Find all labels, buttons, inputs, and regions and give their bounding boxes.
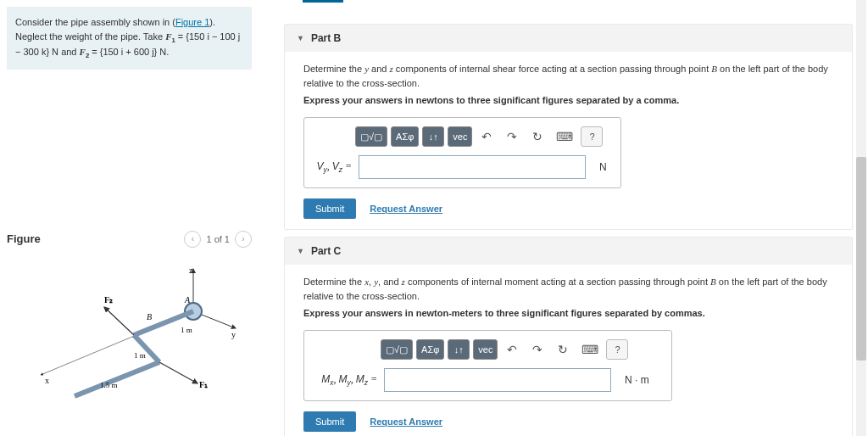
part-c-toolbar: ▢√▢ ΑΣφ ↓↑ vec ↶ ↷ ↻ ⌨ ?	[381, 339, 649, 360]
part-c-submit-button[interactable]: Submit	[303, 411, 356, 432]
undo-button[interactable]: ↶	[501, 339, 523, 360]
undo-button[interactable]: ↶	[476, 126, 498, 147]
svg-text:1 m: 1 m	[134, 351, 146, 360]
help-button[interactable]: ?	[606, 339, 628, 360]
svg-line-11	[159, 362, 198, 383]
part-b-request-answer-link[interactable]: Request Answer	[370, 204, 442, 214]
svg-text:A: A	[184, 295, 191, 305]
part-c-instructions: Express your answers in newton-meters to…	[303, 308, 833, 318]
figure-next-button[interactable]: ›	[235, 231, 252, 248]
templates-button[interactable]: ▢√▢	[381, 339, 413, 360]
problem-statement: Consider the pipe assembly shown in (Fig…	[7, 7, 252, 70]
svg-text:F₂: F₂	[104, 295, 113, 305]
part-b-variable-label: Vy, Vz =	[313, 160, 352, 174]
caret-down-icon: ▼	[297, 34, 304, 42]
part-c-prompt: Determine the x, y, and z components of …	[303, 275, 833, 303]
part-b-header[interactable]: ▼ Part B	[285, 25, 852, 52]
part-c-variable-label: Mx, My, Mz =	[313, 373, 377, 387]
part-c-unit: N · m	[625, 374, 649, 386]
svg-text:x: x	[45, 376, 49, 385]
vec-button[interactable]: vec	[473, 339, 498, 360]
caret-down-icon: ▼	[297, 247, 304, 255]
part-c-request-answer-link[interactable]: Request Answer	[370, 416, 442, 427]
svg-line-10	[104, 307, 134, 335]
figure-title: Figure	[7, 232, 41, 245]
svg-text:B: B	[147, 312, 152, 321]
reset-button[interactable]: ↻	[526, 126, 548, 147]
part-b-answer-input[interactable]	[359, 155, 586, 179]
svg-text:1.5 m: 1.5 m	[100, 381, 118, 389]
part-b-answer-box: ▢√▢ ΑΣφ ↓↑ vec ↶ ↷ ↻ ⌨ ? Vy, Vz = N	[303, 117, 621, 188]
part-b: ▼ Part B Determine the y and z component…	[284, 24, 853, 230]
sub-sup-button[interactable]: ↓↑	[422, 126, 444, 147]
figure-link[interactable]: Figure 1	[175, 17, 209, 27]
templates-button[interactable]: ▢√▢	[355, 126, 387, 147]
help-button[interactable]: ?	[581, 126, 603, 147]
redo-button[interactable]: ↷	[526, 339, 548, 360]
redo-button[interactable]: ↷	[501, 126, 523, 147]
part-c-answer-box: ▢√▢ ΑΣφ ↓↑ vec ↶ ↷ ↻ ⌨ ? Mx, My, Mz = N …	[303, 330, 672, 401]
figure-prev-button[interactable]: ‹	[184, 231, 201, 248]
keyboard-button[interactable]: ⌨	[552, 126, 577, 147]
part-c: ▼ Part C Determine the x, y, and z compo…	[284, 237, 853, 436]
sub-sup-button[interactable]: ↓↑	[448, 339, 470, 360]
keyboard-button[interactable]: ⌨	[577, 339, 603, 360]
scrollbar-thumb[interactable]	[856, 157, 866, 361]
part-b-prompt: Determine the y and z components of inte…	[303, 62, 833, 90]
svg-text:F₁: F₁	[199, 380, 208, 389]
svg-text:z: z	[189, 266, 193, 275]
figure-pager: ‹ 1 of 1 ›	[184, 231, 252, 248]
part-b-unit: N	[599, 161, 607, 173]
vec-button[interactable]: vec	[448, 126, 472, 147]
part-b-instructions: Express your answers in newtons to three…	[303, 95, 833, 105]
svg-text:1 m: 1 m	[181, 326, 192, 334]
part-c-header[interactable]: ▼ Part C	[285, 238, 852, 265]
svg-text:y: y	[231, 330, 236, 339]
part-b-submit-button[interactable]: Submit	[303, 198, 356, 219]
part-b-toolbar: ▢√▢ ΑΣφ ↓↑ vec ↶ ↷ ↻ ⌨ ?	[355, 126, 607, 147]
greek-button[interactable]: ΑΣφ	[391, 126, 419, 147]
active-tab-indicator	[303, 0, 343, 3]
part-c-answer-input[interactable]	[384, 368, 611, 392]
figure-image: z y x A B F₂ F₁ 1 m 1 m 1.5 m	[7, 265, 252, 409]
svg-line-9	[75, 362, 159, 396]
greek-button[interactable]: ΑΣφ	[416, 339, 444, 360]
reset-button[interactable]: ↻	[552, 339, 574, 360]
